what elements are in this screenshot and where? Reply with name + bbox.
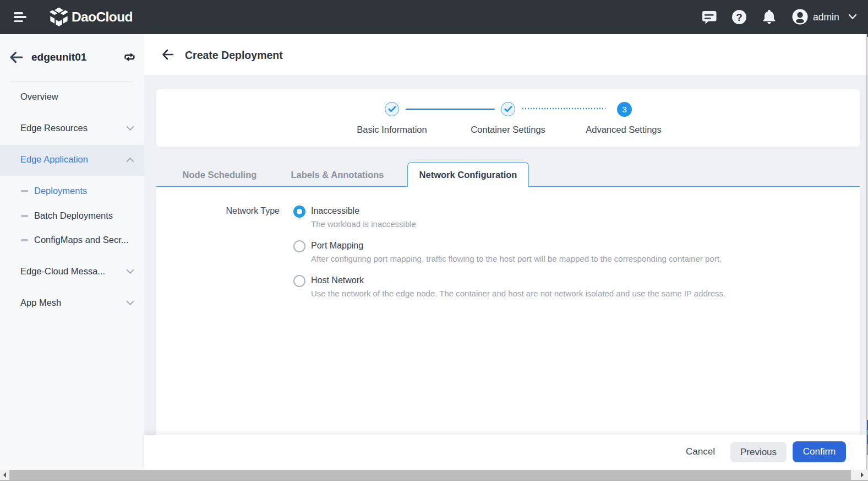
svg-text:?: ? xyxy=(736,12,743,23)
